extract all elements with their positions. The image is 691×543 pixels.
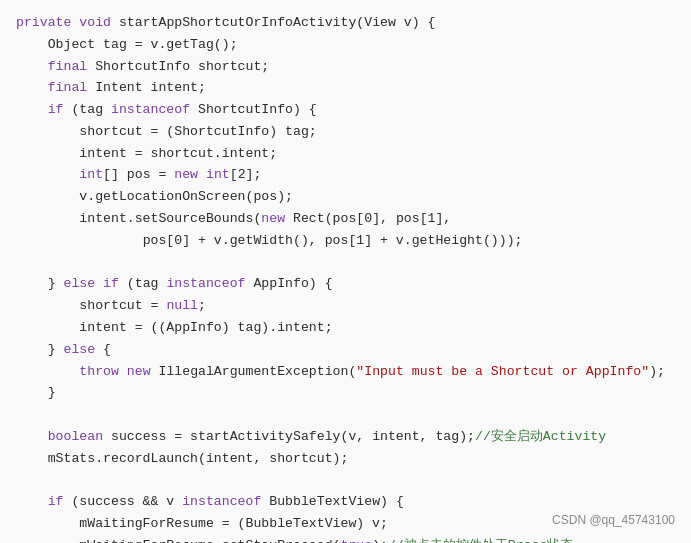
code-line-5: if (tag instanceof ShortcutInfo) {	[16, 102, 317, 117]
code-line-8: int[] pos = new int[2];	[16, 167, 261, 182]
code-line-22	[16, 472, 24, 487]
code-line-21: mStats.recordLaunch(intent, shortcut);	[16, 451, 348, 466]
code-line-20: boolean success = startActivitySafely(v,…	[16, 429, 606, 444]
code-container: private void startAppShortcutOrInfoActiv…	[0, 0, 691, 543]
code-line-13: } else if (tag instanceof AppInfo) {	[16, 276, 333, 291]
code-line-14: shortcut = null;	[16, 298, 206, 313]
code-line-12	[16, 255, 24, 270]
code-line-10: intent.setSourceBounds(new Rect(pos[0], …	[16, 211, 451, 226]
code-line-24: mWaitingForResume = (BubbleTextView) v;	[16, 516, 388, 531]
code-line-4: final Intent intent;	[16, 80, 206, 95]
code-line-16: } else {	[16, 342, 111, 357]
code-line-2: Object tag = v.getTag();	[16, 37, 238, 52]
watermark: CSDN @qq_45743100	[552, 511, 675, 531]
code-line-6: shortcut = (ShortcutInfo) tag;	[16, 124, 317, 139]
code-line-3: final ShortcutInfo shortcut;	[16, 59, 269, 74]
code-line-17: throw new IllegalArgumentException("Inpu…	[16, 364, 665, 379]
code-line-1: private void startAppShortcutOrInfoActiv…	[16, 15, 435, 30]
code-line-25: mWaitingForResume.setStayPressed(true);/…	[16, 538, 573, 543]
code-line-23: if (success && v instanceof BubbleTextVi…	[16, 494, 404, 509]
code-line-11: pos[0] + v.getWidth(), pos[1] + v.getHei…	[16, 233, 523, 248]
code-line-19	[16, 407, 24, 422]
code-line-18: }	[16, 385, 56, 400]
code-line-9: v.getLocationOnScreen(pos);	[16, 189, 293, 204]
code-line-7: intent = shortcut.intent;	[16, 146, 277, 161]
code-line-15: intent = ((AppInfo) tag).intent;	[16, 320, 333, 335]
